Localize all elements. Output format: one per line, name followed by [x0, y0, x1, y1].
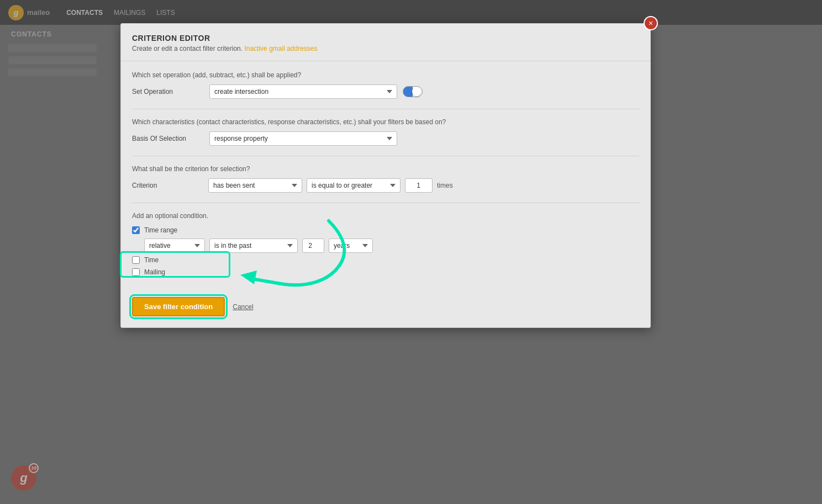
- time-range-checkbox[interactable]: [132, 226, 140, 234]
- set-operation-row: Set Operation create intersection add su…: [132, 84, 639, 99]
- modal-title: CRITERION EDITOR: [132, 34, 639, 43]
- time-label: Time: [144, 256, 159, 264]
- set-operation-question: Which set operation (add, subtract, etc.…: [132, 71, 639, 79]
- set-operation-label: Set Operation: [132, 88, 204, 96]
- basis-label: Basis Of Selection: [132, 135, 204, 142]
- time-checkbox-row: Time: [132, 256, 639, 264]
- time-range-controls: relative absolute is in the past is in t…: [144, 238, 639, 253]
- time-checkbox[interactable]: [132, 256, 140, 264]
- modal-header: CRITERION EDITOR Create or edit a contac…: [121, 24, 650, 61]
- modal-subtitle: Create or edit a contact filter criterio…: [132, 45, 639, 52]
- modal-body: Which set operation (add, subtract, etc.…: [121, 61, 650, 290]
- subtitle-link[interactable]: Inactive gmail addresses: [244, 45, 317, 52]
- years-select[interactable]: years months days: [329, 238, 373, 253]
- divider-2: [132, 156, 639, 156]
- time-range-label: Time range: [144, 226, 177, 234]
- modal-footer: Save filter condition Cancel: [121, 290, 650, 327]
- basis-row: Basis Of Selection response property con…: [132, 131, 639, 146]
- criterion-row: Criterion has been sent has been opened …: [132, 178, 639, 193]
- criterion-question: What shall be the criterion for selectio…: [132, 165, 639, 173]
- subtitle-text: Create or edit a contact filter criterio…: [132, 45, 243, 52]
- criterion-label: Criterion: [132, 182, 204, 189]
- basis-select[interactable]: response property contact property: [209, 131, 397, 146]
- basis-question: Which characteristics (contact character…: [132, 118, 639, 126]
- criterion-select[interactable]: has been sent has been opened has been c…: [208, 178, 302, 193]
- time-range-checkbox-row: Time range: [132, 226, 639, 234]
- optional-condition-label: Add an optional condition.: [132, 212, 639, 220]
- mailing-checkbox-row: Mailing: [132, 268, 639, 276]
- criterion-editor-modal: × CRITERION EDITOR Create or edit a cont…: [120, 23, 651, 328]
- times-input[interactable]: [405, 178, 433, 193]
- comparison-select[interactable]: is equal to or greater is equal to is le…: [307, 178, 401, 193]
- toggle-knob: [412, 87, 421, 96]
- close-button[interactable]: ×: [644, 16, 658, 30]
- relative-select[interactable]: relative absolute: [144, 238, 205, 253]
- divider-3: [132, 203, 639, 203]
- num-years-input[interactable]: [302, 238, 324, 253]
- times-label: times: [437, 182, 453, 189]
- timepos-select[interactable]: is in the past is in the future: [209, 238, 298, 253]
- mailing-label: Mailing: [144, 268, 165, 276]
- divider-1: [132, 109, 639, 109]
- cancel-button[interactable]: Cancel: [233, 303, 253, 311]
- mailing-checkbox[interactable]: [132, 268, 140, 276]
- save-filter-condition-button[interactable]: Save filter condition: [132, 297, 225, 316]
- toggle-switch[interactable]: [403, 86, 423, 97]
- set-operation-select[interactable]: create intersection add subtract: [209, 84, 397, 99]
